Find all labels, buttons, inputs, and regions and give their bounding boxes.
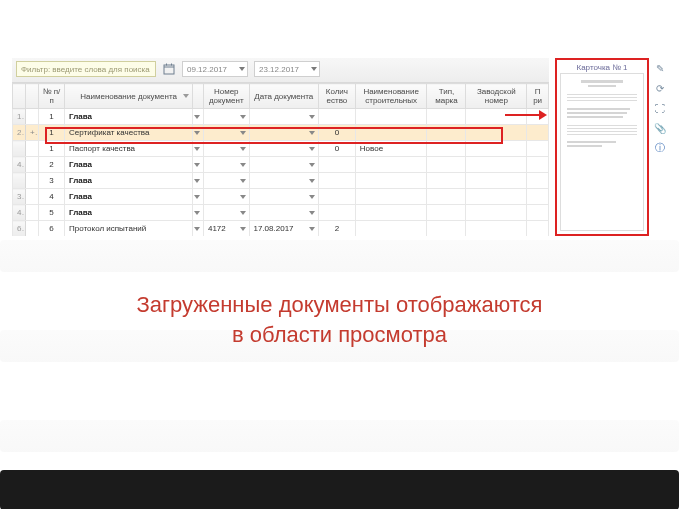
cell-serial <box>466 221 527 237</box>
calendar-icon[interactable] <box>162 62 176 76</box>
cell-name-dd[interactable] <box>193 189 204 205</box>
cell-qty: 0 <box>318 125 355 141</box>
cell-qty: 2 <box>318 221 355 237</box>
app-window: Фильтр: введите слова для поиска 09.12.2… <box>12 58 667 236</box>
cell-name-dd[interactable] <box>193 109 204 125</box>
table-row[interactable]: 1Паспорт качества0Новое <box>13 141 549 157</box>
table-row[interactable]: 42Глава <box>13 157 549 173</box>
cell-name-dd[interactable] <box>193 125 204 141</box>
cell-constr <box>355 157 427 173</box>
cell-qty <box>318 157 355 173</box>
expand-toggle[interactable] <box>26 109 39 125</box>
cell-doc-no[interactable] <box>203 205 249 221</box>
svg-rect-0 <box>164 65 174 74</box>
table-row[interactable]: 3Глава <box>13 173 549 189</box>
col-handle[interactable] <box>13 84 26 109</box>
table-row[interactable]: 11Глава <box>13 109 549 125</box>
cell-doc-date[interactable] <box>249 157 318 173</box>
cell-doc-name: Глава <box>65 173 193 189</box>
cell-doc-date[interactable] <box>249 189 318 205</box>
cell-qty <box>318 205 355 221</box>
col-serial[interactable]: Заводской номер <box>466 84 527 109</box>
cell-name-dd[interactable] <box>193 157 204 173</box>
col-qty[interactable]: Колич ество <box>318 84 355 109</box>
cell-num: 6 <box>39 221 65 237</box>
cell-doc-date[interactable] <box>249 125 318 141</box>
table-row[interactable]: 3394Глава <box>13 189 549 205</box>
cell-name-dd[interactable] <box>193 205 204 221</box>
maximize-icon[interactable]: ⛶ <box>654 102 666 114</box>
col-spacer[interactable] <box>193 84 204 109</box>
table-row[interactable]: 4465Глава <box>13 205 549 221</box>
cell-name-dd[interactable] <box>193 141 204 157</box>
date-to[interactable]: 23.12.2017 <box>254 61 320 77</box>
expand-toggle[interactable]: + <box>26 125 39 141</box>
cell-name-dd[interactable] <box>193 173 204 189</box>
edit-icon[interactable]: ✎ <box>654 62 666 74</box>
col-constr[interactable]: Наименование строительных <box>355 84 427 109</box>
cell-pri <box>527 157 549 173</box>
col-num[interactable]: № п/п <box>39 84 65 109</box>
card-preview[interactable]: Карточка № 1 <box>555 58 649 236</box>
cell-doc-no[interactable]: 4172 <box>203 221 249 237</box>
sort-icon <box>183 94 189 98</box>
doc-thumbnail <box>560 73 644 231</box>
table-row[interactable]: 2+1Сертификат качества0 <box>13 125 549 141</box>
table-row[interactable]: 6606Протокол испытаний417217.08.20172 <box>13 221 549 237</box>
cell-doc-no[interactable] <box>203 173 249 189</box>
cell-serial <box>466 141 527 157</box>
date-from[interactable]: 09.12.2017 <box>182 61 248 77</box>
row-gutter: 339 <box>13 189 26 205</box>
cell-constr <box>355 109 427 125</box>
cell-doc-no[interactable] <box>203 141 249 157</box>
attach-icon[interactable]: 📎 <box>654 122 666 134</box>
cell-doc-name: Глава <box>65 189 193 205</box>
col-doc-no[interactable]: Номер документ <box>203 84 249 109</box>
header-row: № п/п Наименование документа Номер докум… <box>13 84 549 109</box>
cell-pri <box>527 125 549 141</box>
cell-doc-name: Глава <box>65 109 193 125</box>
col-pri[interactable]: П ри <box>527 84 549 109</box>
cell-type <box>427 157 466 173</box>
cell-doc-date[interactable] <box>249 173 318 189</box>
cell-doc-date[interactable]: 17.08.2017 <box>249 221 318 237</box>
cell-doc-name: Глава <box>65 205 193 221</box>
info-icon[interactable]: ⓘ <box>654 142 666 154</box>
refresh-icon[interactable]: ⟳ <box>654 82 666 94</box>
cell-doc-date[interactable] <box>249 109 318 125</box>
cell-doc-name: Сертификат качества <box>65 125 193 141</box>
cell-pri <box>527 189 549 205</box>
data-grid[interactable]: № п/п Наименование документа Номер докум… <box>12 82 549 236</box>
cell-doc-no[interactable] <box>203 125 249 141</box>
cell-qty <box>318 173 355 189</box>
col-expand[interactable] <box>26 84 39 109</box>
cell-name-dd[interactable] <box>193 221 204 237</box>
chevron-down-icon <box>239 67 245 71</box>
cell-doc-name: Паспорт качества <box>65 141 193 157</box>
expand-toggle[interactable] <box>26 205 39 221</box>
toolbar: Фильтр: введите слова для поиска 09.12.2… <box>12 58 549 82</box>
cell-doc-no[interactable] <box>203 109 249 125</box>
cell-qty: 0 <box>318 141 355 157</box>
cell-doc-date[interactable] <box>249 141 318 157</box>
expand-toggle[interactable] <box>26 221 39 237</box>
arrow-annotation <box>505 108 547 122</box>
cell-qty <box>318 189 355 205</box>
cell-doc-date[interactable] <box>249 205 318 221</box>
cell-constr <box>355 125 427 141</box>
col-doc-date[interactable]: Дата документа <box>249 84 318 109</box>
expand-toggle[interactable] <box>26 189 39 205</box>
cell-num: 5 <box>39 205 65 221</box>
preview-panel: Карточка № 1 ✎ ⟳ ⛶ 📎 ⓘ <box>555 58 667 236</box>
expand-toggle[interactable] <box>26 157 39 173</box>
cell-doc-no[interactable] <box>203 157 249 173</box>
cell-num: 3 <box>39 173 65 189</box>
expand-toggle[interactable] <box>26 173 39 189</box>
filter-input[interactable]: Фильтр: введите слова для поиска <box>16 61 156 77</box>
col-doc-name[interactable]: Наименование документа <box>65 84 193 109</box>
slide-caption: Загруженные документы отображаются в обл… <box>0 290 679 349</box>
cell-type <box>427 141 466 157</box>
col-type[interactable]: Тип, марка <box>427 84 466 109</box>
expand-toggle[interactable] <box>26 141 39 157</box>
cell-doc-no[interactable] <box>203 189 249 205</box>
